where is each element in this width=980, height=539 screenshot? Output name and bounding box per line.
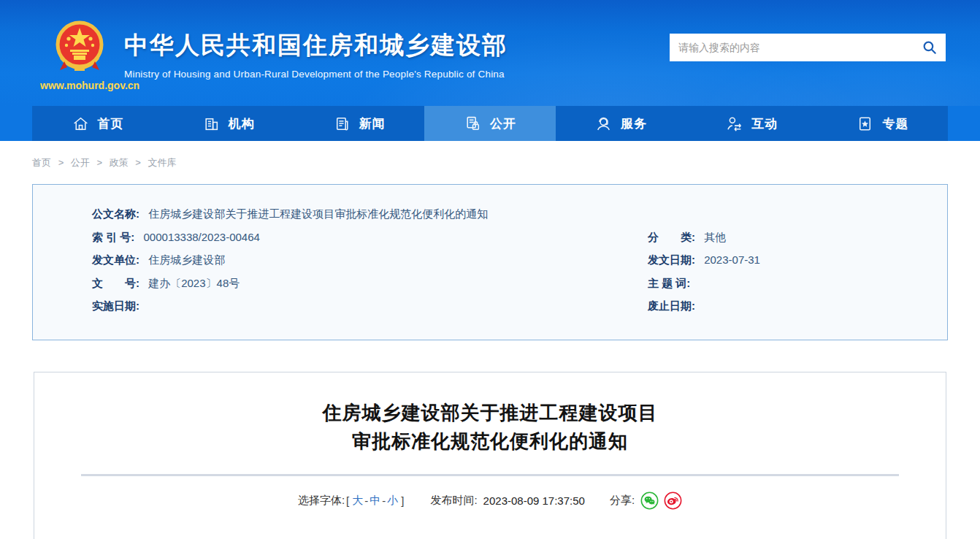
breadcrumb-policy[interactable]: 政策 — [110, 157, 129, 168]
share-label: 分享: — [610, 494, 635, 508]
home-icon — [72, 115, 90, 133]
meta-row-issuing-unit: 发文单位: 住房城乡建设部 — [92, 248, 648, 272]
breadcrumb-home[interactable]: 首页 — [32, 157, 51, 168]
breadcrumb-separator: > — [135, 157, 141, 168]
search-box — [670, 34, 946, 61]
site-titles: 中华人民共和国住房和城乡建设部 Ministry of Housing and … — [124, 29, 508, 80]
font-size-dash: - — [382, 494, 386, 507]
nav-label: 机构 — [229, 115, 255, 132]
meta-label: 公文名称: — [92, 207, 139, 220]
site-title-chinese: 中华人民共和国住房和城乡建设部 — [124, 29, 508, 62]
breadcrumb-separator: > — [58, 157, 64, 168]
article-title-line1: 住房城乡建设部关于推进工程建设项目 — [34, 399, 946, 427]
news-icon — [333, 115, 351, 133]
document-meta-box: 公文名称: 住房城乡建设部关于推进工程建设项目审批标准化规范化便利化的通知 索 … — [32, 184, 948, 340]
breadcrumb-library[interactable]: 文件库 — [148, 157, 177, 168]
weibo-share-button[interactable] — [664, 492, 682, 510]
wechat-icon — [640, 492, 659, 510]
font-size-small-button[interactable]: 小 — [387, 494, 398, 508]
article-title: 住房城乡建设部关于推进工程建设项目 审批标准化规范化便利化的通知 — [34, 399, 946, 456]
service-agent-icon — [594, 115, 613, 133]
nav-label: 互动 — [751, 115, 778, 132]
meta-row-implementation-date: 实施日期: — [92, 294, 648, 318]
share-icons — [640, 492, 682, 510]
meta-row-issue-date: 发文日期: 2023-07-31 — [648, 248, 947, 272]
publish-time-label: 发布时间: — [430, 494, 477, 508]
site-header: www.mohurd.gov.cn 中华人民共和国住房和城乡建设部 Minist… — [0, 0, 980, 106]
breadcrumb-disclosure[interactable]: 公开 — [71, 157, 90, 168]
meta-row-subject-words: 主 题 词: — [648, 272, 947, 295]
site-title-english: Ministry of Housing and Urban-Rural Deve… — [124, 69, 508, 80]
meta-row-index-number: 索 引 号: 000013338/2023-00464 — [92, 226, 648, 249]
search-input[interactable] — [670, 34, 914, 61]
search-icon — [922, 39, 938, 56]
article-box: 住房城乡建设部关于推进工程建设项目 审批标准化规范化便利化的通知 选择字体: [… — [34, 372, 946, 539]
font-size-bracket-open: [ — [346, 494, 349, 507]
nav-label: 新闻 — [359, 115, 386, 132]
interaction-icon — [725, 115, 743, 133]
font-size-bracket-close: ] — [401, 494, 404, 507]
nav-label: 公开 — [490, 115, 516, 132]
article-title-line2: 审批标准化规范化便利化的通知 — [34, 427, 946, 456]
nav-item-disclosure[interactable]: 公开 — [424, 106, 555, 141]
font-size-label: 选择字体: — [298, 494, 345, 508]
font-size-large-button[interactable]: 大 — [352, 494, 363, 508]
meta-column-right: 分 类: 其他 发文日期: 2023-07-31 主 题 词: 废止日期: — [648, 226, 947, 318]
meta-row-doc-name: 公文名称: 住房城乡建设部关于推进工程建设项目审批标准化规范化便利化的通知 — [33, 202, 947, 226]
disclosure-lock-icon — [464, 115, 482, 133]
page: www.mohurd.gov.cn 中华人民共和国住房和城乡建设部 Minist… — [0, 0, 980, 539]
topic-star-icon — [856, 115, 874, 133]
meta-row-doc-number: 文 号: 建办〔2023〕48号 — [92, 272, 648, 295]
title-divider — [81, 474, 899, 476]
nav-label: 首页 — [98, 115, 124, 132]
nav-item-topics[interactable]: 专题 — [817, 106, 948, 141]
wechat-share-button[interactable] — [640, 492, 659, 510]
font-size-medium-button[interactable]: 中 — [370, 494, 380, 508]
main-nav: 首页 机构 新闻 — [32, 106, 948, 141]
nav-item-interaction[interactable]: 互动 — [686, 106, 817, 141]
weibo-icon — [664, 492, 682, 510]
search-button[interactable] — [914, 34, 946, 61]
nav-label: 服务 — [621, 115, 647, 132]
nav-item-organization[interactable]: 机构 — [163, 106, 294, 141]
china-national-emblem-logo — [54, 18, 105, 79]
publish-time-value: 2023-08-09 17:37:50 — [483, 494, 585, 507]
font-size-dash: - — [364, 494, 368, 507]
article-toolbar: 选择字体: [ 大 - 中 - 小 ] 发布时间: 2023-08-09 17:… — [34, 492, 946, 510]
site-url: www.mohurd.gov.cn — [40, 80, 139, 91]
nav-row: 首页 机构 新闻 — [0, 106, 980, 141]
meta-row-abolition-date: 废止日期: — [648, 294, 947, 318]
breadcrumb-separator: > — [96, 157, 102, 168]
nav-label: 专题 — [882, 115, 908, 132]
nav-item-news[interactable]: 新闻 — [294, 106, 424, 141]
meta-value: 住房城乡建设部关于推进工程建设项目审批标准化规范化便利化的通知 — [148, 207, 488, 220]
nav-item-home[interactable]: 首页 — [32, 106, 163, 141]
nav-item-services[interactable]: 服务 — [556, 106, 686, 141]
breadcrumb: 首页 > 公开 > 政策 > 文件库 — [32, 156, 980, 169]
meta-row-category: 分 类: 其他 — [648, 226, 947, 249]
organization-icon — [202, 115, 221, 133]
meta-column-left: 索 引 号: 000013338/2023-00464 发文单位: 住房城乡建设… — [33, 226, 648, 318]
